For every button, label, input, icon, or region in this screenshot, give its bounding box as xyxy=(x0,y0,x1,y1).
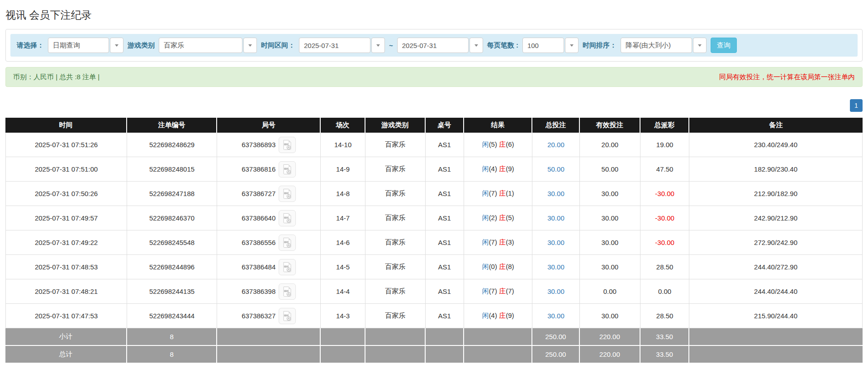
game-type-cell: 百家乐 xyxy=(365,304,426,328)
date-to-input[interactable] xyxy=(397,38,469,53)
banker-result-label: 庄 xyxy=(499,214,506,221)
bet-id-cell: 522698245548 xyxy=(127,230,217,255)
player-result-label: 闲 xyxy=(482,214,489,221)
caret-down-icon xyxy=(115,44,119,47)
subtotal-payout: 33.50 xyxy=(640,328,689,346)
player-result-label: 闲 xyxy=(482,238,489,246)
video-replay-icon xyxy=(282,262,292,273)
query-type-input[interactable] xyxy=(48,38,109,53)
time-cell: 2025-07-31 07:51:26 xyxy=(5,133,127,157)
column-header: 注单编号 xyxy=(127,118,217,133)
round-cell: 637386640 xyxy=(217,206,321,230)
date-range-label: 时间区间： xyxy=(261,41,295,50)
session-cell: 14-7 xyxy=(321,206,365,230)
page-size-dropdown-button[interactable] xyxy=(565,38,579,53)
video-replay-button[interactable] xyxy=(279,308,296,324)
sort-order-input[interactable] xyxy=(621,38,692,53)
column-header: 桌号 xyxy=(426,118,464,133)
page-size-input[interactable] xyxy=(522,38,564,53)
video-replay-icon xyxy=(282,213,292,224)
session-cell: 14-4 xyxy=(321,279,365,304)
empty-cell xyxy=(426,328,464,346)
video-replay-button[interactable] xyxy=(279,137,296,153)
table-no-cell: AS1 xyxy=(426,255,464,279)
date-from-input[interactable] xyxy=(299,38,370,53)
player-result-score: (7) xyxy=(489,287,497,295)
game-type-cell: 百家乐 xyxy=(365,206,426,230)
time-cell: 2025-07-31 07:51:00 xyxy=(5,157,127,182)
time-cell: 2025-07-31 07:48:21 xyxy=(5,279,127,304)
date-from-dropdown-button[interactable] xyxy=(371,38,385,53)
query-type-dropdown-button[interactable] xyxy=(110,38,123,53)
video-replay-button[interactable] xyxy=(279,210,296,226)
remark-cell: 272.90/242.90 xyxy=(689,230,863,255)
empty-cell xyxy=(217,328,321,346)
filter-bar: 请选择： 游戏类别 时间区间： ~ 每页笔数 : xyxy=(10,34,858,57)
bet-id-cell: 522698247188 xyxy=(127,182,217,206)
grand-total-valid-bet: 220.00 xyxy=(580,346,641,364)
video-replay-icon xyxy=(282,164,292,175)
total-bet-cell: 20.00 xyxy=(532,133,579,157)
time-cell: 2025-07-31 07:48:53 xyxy=(5,255,127,279)
empty-cell xyxy=(426,346,464,364)
valid-bet-cell: 30.00 xyxy=(580,182,641,206)
grand-total-payout: 33.50 xyxy=(640,346,689,364)
video-replay-button[interactable] xyxy=(279,161,296,177)
table-no-cell: AS1 xyxy=(426,157,464,182)
banker-result-score: (1) xyxy=(506,189,514,197)
game-type-input[interactable] xyxy=(159,38,242,53)
video-replay-icon xyxy=(282,311,292,321)
player-result-score: (2) xyxy=(489,214,497,221)
payout-cell: 47.50 xyxy=(640,157,689,182)
table-no-cell: AS1 xyxy=(426,133,464,157)
subtotal-valid-bet: 220.00 xyxy=(580,328,641,346)
select-type-label: 请选择： xyxy=(17,41,44,50)
game-type-dropdown-button[interactable] xyxy=(243,38,257,53)
banker-result-score: (9) xyxy=(506,312,514,319)
date-to-dropdown-button[interactable] xyxy=(470,38,483,53)
bet-id-cell: 522698244135 xyxy=(127,279,217,304)
game-type-cell: 百家乐 xyxy=(365,279,426,304)
valid-bet-cell: 0.00 xyxy=(580,279,641,304)
grand-total-count: 8 xyxy=(127,346,217,364)
total-bet-cell: 30.00 xyxy=(532,230,579,255)
bet-id-cell: 522698248015 xyxy=(127,157,217,182)
video-replay-button[interactable] xyxy=(279,235,296,251)
round-id: 637386640 xyxy=(242,214,275,222)
banker-result-score: (8) xyxy=(506,263,514,270)
table-body: 2025-07-31 07:51:26522698248629637386893… xyxy=(5,133,863,328)
page-1-button[interactable]: 1 xyxy=(850,99,863,112)
result-cell: 闲(7) 庄(3) xyxy=(464,230,533,255)
sort-order-dropdown-button[interactable] xyxy=(693,38,707,53)
table-row: 2025-07-31 07:49:57522698246370637386640… xyxy=(5,206,863,230)
player-result-score: (7) xyxy=(489,238,497,246)
grand-total-label: 总计 xyxy=(5,346,127,364)
time-cell: 2025-07-31 07:50:26 xyxy=(5,182,127,206)
sort-order-select xyxy=(621,38,707,53)
player-result-score: (0) xyxy=(489,263,497,270)
date-from-select xyxy=(299,38,385,53)
session-cell: 14-10 xyxy=(321,133,365,157)
pagination: 1 xyxy=(5,99,863,112)
player-result-label: 闲 xyxy=(482,263,489,270)
remark-cell: 244.40/272.90 xyxy=(689,255,863,279)
round-id: 637386893 xyxy=(242,141,275,149)
round-id: 637386816 xyxy=(242,165,275,173)
grand-total-row: 总计 8 250.00 220.00 33.50 xyxy=(5,346,863,364)
video-replay-button[interactable] xyxy=(279,283,296,300)
video-replay-icon xyxy=(282,139,292,150)
session-cell: 14-8 xyxy=(321,182,365,206)
result-cell: 闲(4) 庄(9) xyxy=(464,304,533,328)
round-cell: 637386398 xyxy=(217,279,321,304)
round-cell: 637386556 xyxy=(217,230,321,255)
page-title: 视讯 会员下注纪录 xyxy=(5,8,863,22)
round-id: 637386727 xyxy=(242,190,275,197)
column-header: 游戏类别 xyxy=(365,118,426,133)
video-replay-button[interactable] xyxy=(279,186,296,202)
round-cell: 637386327 xyxy=(217,304,321,328)
video-replay-button[interactable] xyxy=(279,259,296,275)
round-id: 637386398 xyxy=(242,288,275,295)
round-id: 637386556 xyxy=(242,239,275,246)
search-button[interactable]: 查询 xyxy=(711,38,737,53)
round-cell: 637386816 xyxy=(217,157,321,182)
